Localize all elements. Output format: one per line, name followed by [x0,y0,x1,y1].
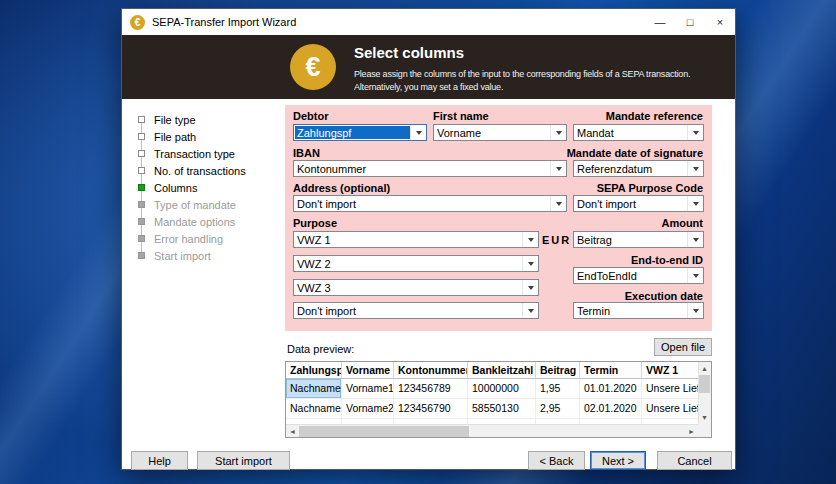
chevron-down-icon[interactable] [687,303,703,318]
table-cell[interactable]: Vorname1 [342,379,394,399]
chevron-down-icon[interactable] [522,280,538,295]
end-to-end-id-combobox[interactable]: EndToEndId [573,267,704,284]
next-button[interactable]: Next > [590,451,646,470]
table-cell[interactable]: 10000000 [468,379,536,399]
table-cell[interactable]: 123456790 [394,399,468,419]
wizard-step-list: File type File path Transaction type No.… [138,111,246,264]
table-cell[interactable]: 2,95 [536,399,580,419]
table-cell[interactable]: Unsere Lieferung [642,399,698,419]
table-cell[interactable]: 01.01.2020 [580,379,642,399]
execution-date-label: Execution date [625,290,703,302]
sepa-import-wizard-window: € SEPA-Transfer Import Wizard — □ × € Se… [121,8,736,470]
vertical-scrollbar[interactable]: ▲ ▼ [698,362,711,424]
step-done-icon [138,116,145,123]
chevron-down-icon[interactable] [522,256,538,271]
close-button[interactable]: × [705,9,735,35]
chevron-down-icon[interactable] [550,161,566,176]
scroll-down-icon[interactable]: ▼ [698,411,711,424]
sidebar-step-type-of-mandate: Type of mandate [138,196,246,213]
iban-combobox[interactable]: Kontonummer [293,160,567,177]
chevron-down-icon[interactable] [522,232,538,247]
purpose-3-combobox[interactable]: VWZ 3 [293,279,539,296]
address-combobox[interactable]: Don't import [293,195,567,212]
table-cell[interactable]: 1,95 [536,379,580,399]
table-cell-selected[interactable]: Nachname1 [286,379,342,399]
column-header[interactable]: Vorname [342,362,394,379]
wizard-body: File type File path Transaction type No.… [122,99,735,469]
step-current-icon [138,184,145,191]
maximize-button[interactable]: □ [675,9,705,35]
horizontal-scrollbar[interactable]: ◄ ► [286,424,698,437]
sidebar-step-no-of-transactions: No. of transactions [138,162,246,179]
open-file-button[interactable]: Open file [654,338,712,356]
sepa-purpose-code-combobox[interactable]: Don't import [573,195,704,212]
chevron-down-icon[interactable] [522,303,538,318]
end-to-end-id-label: End-to-end ID [631,254,703,266]
chevron-down-icon[interactable] [687,232,703,247]
table-cell[interactable]: Unsere Lieferung [642,379,698,399]
horizontal-scroll-thumb[interactable] [299,426,469,437]
back-button[interactable]: < Back [528,451,585,470]
table-cell[interactable]: 58550130 [468,399,536,419]
sidebar-step-file-path: File path [138,128,246,145]
debtor-combobox[interactable]: Zahlungspf [293,124,427,141]
table-row: Nachname1 Vorname1 123456789 10000000 1,… [286,379,698,399]
table-cell[interactable]: 123456789 [394,379,468,399]
column-header[interactable]: Kontonummer [394,362,468,379]
scroll-left-icon[interactable]: ◄ [286,425,299,438]
cancel-button[interactable]: Cancel [657,451,732,470]
mandate-date-label: Mandate date of signature [567,147,703,159]
data-preview-label: Data preview: [287,343,354,355]
purpose-4-combobox[interactable]: Don't import [293,302,539,319]
purpose-label: Purpose [293,217,337,229]
sidebar-step-file-type: File type [138,111,246,128]
step-done-icon [138,167,145,174]
amount-combobox[interactable]: Beitrag [573,231,704,248]
table-cell[interactable]: 02.01.2020 [580,399,642,419]
column-header[interactable]: VWZ 1 [642,362,698,379]
page-title: Select columns [354,44,729,61]
currency-label: EUR [542,234,571,246]
sidebar-step-columns: Columns [138,179,246,196]
page-description-line2: Alternatively, you may set a fixed value… [354,81,729,94]
chevron-down-icon[interactable] [550,125,566,140]
help-button[interactable]: Help [131,451,188,470]
window-title: SEPA-Transfer Import Wizard [152,16,645,28]
purpose-2-combobox[interactable]: VWZ 2 [293,255,539,272]
table-cell[interactable]: Nachname2 [286,399,342,419]
desktop-wallpaper: € SEPA-Transfer Import Wizard — □ × € Se… [0,0,836,484]
title-bar[interactable]: € SEPA-Transfer Import Wizard — □ × [122,9,735,35]
sidebar-step-error-handling: Error handling [138,230,246,247]
column-header[interactable]: Termin [580,362,642,379]
start-import-button[interactable]: Start import [197,451,290,470]
chevron-down-icon[interactable] [687,268,703,283]
column-header[interactable]: Zahlungspf [286,362,342,379]
chevron-down-icon[interactable] [687,196,703,211]
scroll-up-icon[interactable]: ▲ [698,362,711,375]
purpose-1-combobox[interactable]: VWZ 1 [293,231,539,248]
column-header[interactable]: Bankleitzahl [468,362,536,379]
minimize-button[interactable]: — [645,9,675,35]
mandate-reference-label: Mandate reference [606,110,703,122]
scroll-right-icon[interactable]: ► [685,425,698,438]
column-header[interactable]: Beitrag [536,362,580,379]
step-pending-icon [138,218,145,225]
table-row: Nachname2 Vorname2 123456790 58550130 2,… [286,399,698,419]
first-name-combobox[interactable]: Vorname [433,124,567,141]
chevron-down-icon[interactable] [550,196,566,211]
execution-date-combobox[interactable]: Termin [573,302,704,319]
sepa-purpose-code-label: SEPA Purpose Code [597,182,703,194]
header-text: Select columns Please assign the columns… [354,44,729,94]
vertical-scroll-thumb[interactable] [699,375,710,393]
chevron-down-icon[interactable] [687,161,703,176]
step-done-icon [138,150,145,157]
chevron-down-icon[interactable] [687,125,703,140]
debtor-label: Debtor [293,110,328,122]
chevron-down-icon[interactable] [410,125,426,140]
mandate-reference-combobox[interactable]: Mandat [573,124,704,141]
table-cell[interactable]: Vorname2 [342,399,394,419]
mandate-date-combobox[interactable]: Referenzdatum [573,160,704,177]
data-preview-table: Zahlungspf Vorname Kontonummer Bankleitz… [285,361,712,438]
amount-label: Amount [661,217,703,229]
address-label: Address (optional) [293,182,390,194]
